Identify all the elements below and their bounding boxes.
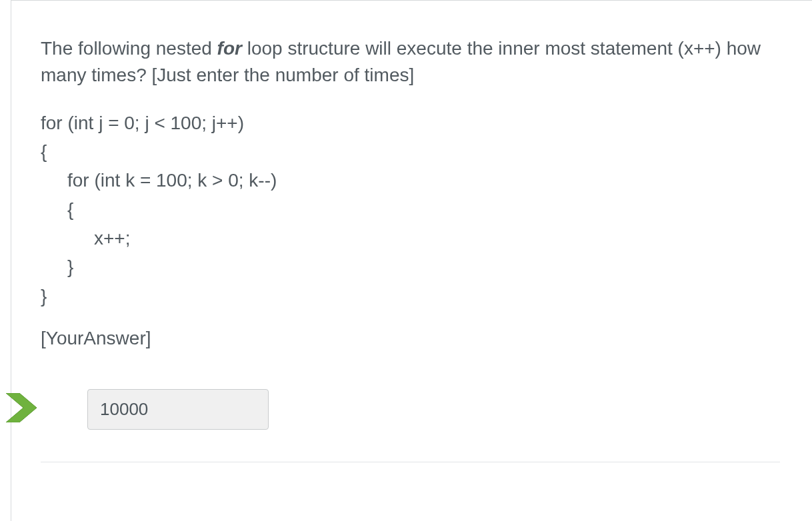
code-line-3: for (int k = 100; k > 0; k--)	[41, 166, 780, 195]
question-for-word: for	[217, 38, 242, 59]
pointer-icon	[6, 393, 43, 422]
separator	[41, 462, 780, 462]
code-line-1: for (int j = 0; j < 100; j++)	[41, 113, 244, 133]
code-line-6: }	[41, 253, 780, 281]
page: The following nested for loop structure …	[0, 0, 812, 521]
code-line-7: }	[41, 286, 47, 306]
question-text: The following nested for loop structure …	[41, 35, 780, 89]
code-line-4: {	[41, 195, 780, 224]
answer-row: 10000	[41, 389, 780, 430]
answer-input[interactable]: 10000	[87, 389, 269, 430]
code-line-5: x++;	[41, 224, 780, 253]
code-block: for (int j = 0; j < 100; j++) { for (int…	[41, 109, 780, 311]
question-intro-prefix: The following nested	[41, 38, 217, 59]
question-card: The following nested for loop structure …	[11, 0, 812, 521]
svg-marker-0	[6, 393, 37, 422]
code-line-2: {	[41, 141, 47, 162]
your-answer-label: [YourAnswer]	[41, 328, 780, 349]
